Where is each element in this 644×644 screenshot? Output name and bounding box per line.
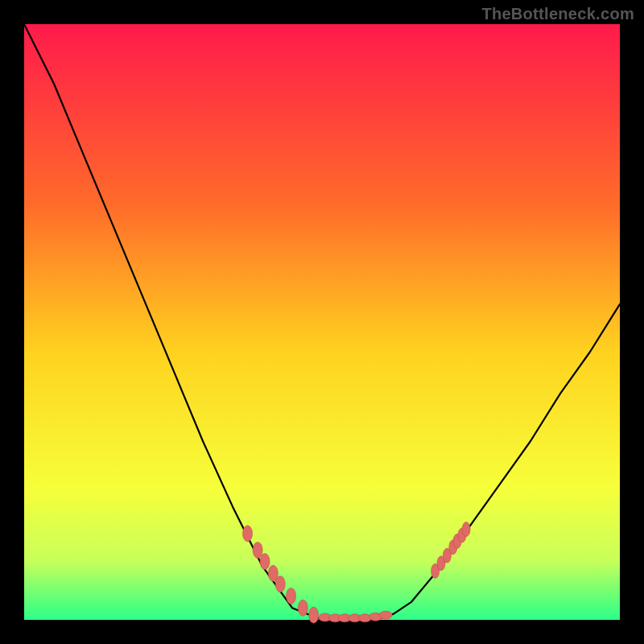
curve-marker: [275, 576, 285, 592]
curve-marker: [462, 522, 470, 537]
bottleneck-curve-chart: [0, 0, 644, 644]
curve-marker: [309, 607, 319, 623]
plot-area: [24, 24, 620, 620]
curve-marker: [379, 611, 392, 619]
curve-marker: [287, 588, 296, 604]
chart-stage: TheBottleneck.com: [0, 0, 644, 644]
curve-marker: [260, 554, 270, 570]
curve-marker: [243, 526, 253, 542]
curve-marker: [253, 542, 262, 558]
curve-marker: [298, 600, 308, 616]
watermark-text: TheBottleneck.com: [481, 5, 634, 23]
